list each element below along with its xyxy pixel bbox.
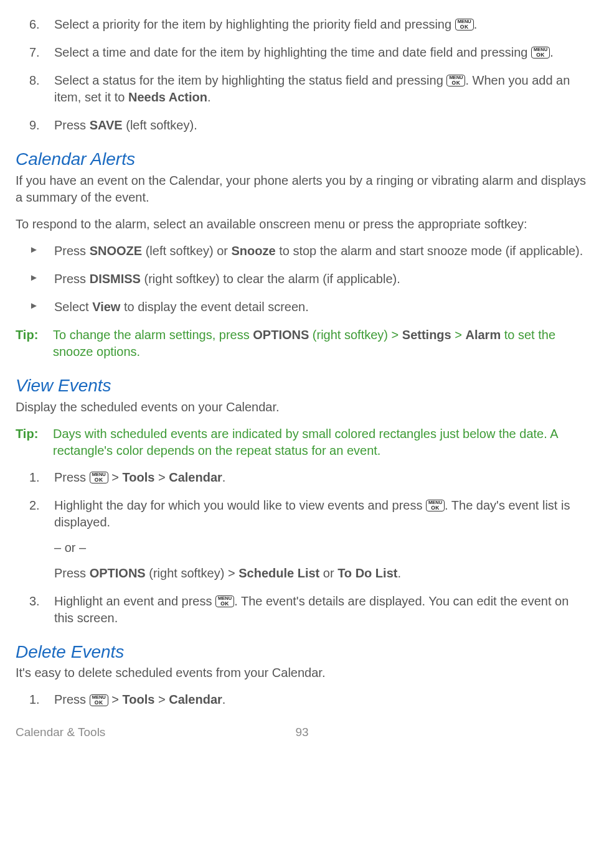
menu-ok-key-icon: MENUOK (90, 694, 108, 706)
bold-text: SNOOZE (90, 244, 142, 258)
bullet-text: Press (54, 244, 90, 258)
de-step-1: 1. Press MENUOK > Tools > Calendar. (16, 691, 588, 708)
step-text: > (108, 693, 123, 706)
footer-page-number: 93 (295, 724, 308, 740)
step-text: > (154, 470, 169, 484)
heading-calendar-alerts: Calendar Alerts (16, 147, 588, 171)
step-text: . (474, 17, 478, 31)
bold-text: DISMISS (90, 272, 141, 286)
step-text: Highlight an event and press (54, 594, 215, 608)
tip-label: Tip: (16, 426, 53, 459)
bold-text: Calendar (169, 470, 222, 484)
tip-label: Tip: (16, 327, 53, 360)
step-text: . (222, 693, 226, 706)
bullet-text: Press (54, 272, 90, 286)
bullet-text: to display the event detail screen. (120, 300, 308, 314)
menu-ok-key-icon: MENUOK (426, 500, 445, 511)
menu-ok-key-icon: MENUOK (455, 19, 474, 30)
bullet-text: Select (54, 300, 92, 314)
bold-text: Tools (123, 693, 155, 706)
bullet-text: (left softkey) or (142, 244, 231, 258)
intro-view-events: Display the scheduled events on your Cal… (16, 399, 588, 416)
page-footer: Calendar & Tools 93 (16, 724, 588, 740)
menu-ok-key-icon: MENUOK (531, 47, 550, 58)
step-text: Press (54, 118, 90, 132)
or-separator: – or – (54, 539, 588, 556)
step-number: 2. (29, 497, 40, 514)
step-7: 7. Select a time and date for the item b… (16, 44, 588, 61)
step-text: (left softkey). (123, 118, 197, 132)
menu-ok-key-icon: MENUOK (215, 595, 234, 607)
menu-ok-key-icon: MENUOK (90, 472, 108, 483)
step-number: 6. (29, 16, 40, 33)
intro-calendar-alerts: If you have an event on the Calendar, yo… (16, 172, 588, 206)
bullet-text: (right softkey) to clear the alarm (if a… (141, 272, 400, 286)
bullet-text: to stop the alarm and start snooze mode … (276, 244, 583, 258)
step-text: > (108, 470, 123, 484)
step-text: Select a status for the item by highligh… (54, 73, 446, 87)
step-text: Select a priority for the item by highli… (54, 17, 455, 31)
step-alt: Press OPTIONS (right softkey) > Schedule… (54, 565, 588, 582)
tip-alarm-settings: Tip: To change the alarm settings, press… (16, 327, 588, 360)
menu-ok-key-icon: MENUOK (446, 75, 465, 86)
step-text: Highlight the day for which you would li… (54, 498, 426, 512)
bullet-dismiss: Press DISMISS (right softkey) to clear t… (16, 271, 588, 287)
step-text: Press (54, 693, 90, 706)
respond-text: To respond to the alarm, select an avail… (16, 216, 588, 233)
ve-step-3: 3. Highlight an event and press MENUOK. … (16, 593, 588, 627)
step-9: 9. Press SAVE (left softkey). (16, 117, 588, 134)
steps-continued: 6. Select a priority for the item by hig… (16, 16, 588, 134)
step-number: 3. (29, 593, 40, 610)
tip-body: To change the alarm settings, press OPTI… (53, 327, 588, 360)
heading-view-events: View Events (16, 374, 588, 398)
tip-body: Days with scheduled events are indicated… (53, 426, 588, 459)
view-events-steps: 1. Press MENUOK > Tools > Calendar. 2. H… (16, 469, 588, 627)
heading-delete-events: Delete Events (16, 640, 588, 664)
delete-events-steps: 1. Press MENUOK > Tools > Calendar. (16, 691, 588, 708)
bold-text: Needs Action (128, 90, 207, 104)
step-text: . (222, 470, 226, 484)
bold-text: SAVE (90, 118, 123, 132)
bold-text: Calendar (169, 693, 222, 706)
intro-delete-events: It's easy to delete scheduled events fro… (16, 665, 588, 681)
step-text: . (207, 90, 211, 104)
bold-text: View (92, 300, 120, 314)
step-text: Press (54, 470, 90, 484)
bullet-view: Select View to display the event detail … (16, 299, 588, 315)
step-number: 9. (29, 117, 40, 134)
step-8: 8. Select a status for the item by highl… (16, 72, 588, 106)
alarm-bullets: Press SNOOZE (left softkey) or Snooze to… (16, 243, 588, 315)
step-number: 1. (29, 469, 40, 486)
step-text: . (550, 45, 554, 59)
step-text: Select a time and date for the item by h… (54, 45, 531, 59)
step-text: > (154, 693, 169, 706)
step-number: 1. (29, 691, 40, 708)
ve-step-2: 2. Highlight the day for which you would… (16, 497, 588, 582)
ve-step-1: 1. Press MENUOK > Tools > Calendar. (16, 469, 588, 486)
bullet-snooze: Press SNOOZE (left softkey) or Snooze to… (16, 243, 588, 259)
bold-text: Snooze (232, 244, 276, 258)
step-number: 8. (29, 72, 40, 89)
step-number: 7. (29, 44, 40, 61)
tip-colored-rectangles: Tip: Days with scheduled events are indi… (16, 426, 588, 459)
step-6: 6. Select a priority for the item by hig… (16, 16, 588, 33)
footer-section: Calendar & Tools (16, 724, 105, 740)
bold-text: Tools (123, 470, 155, 484)
